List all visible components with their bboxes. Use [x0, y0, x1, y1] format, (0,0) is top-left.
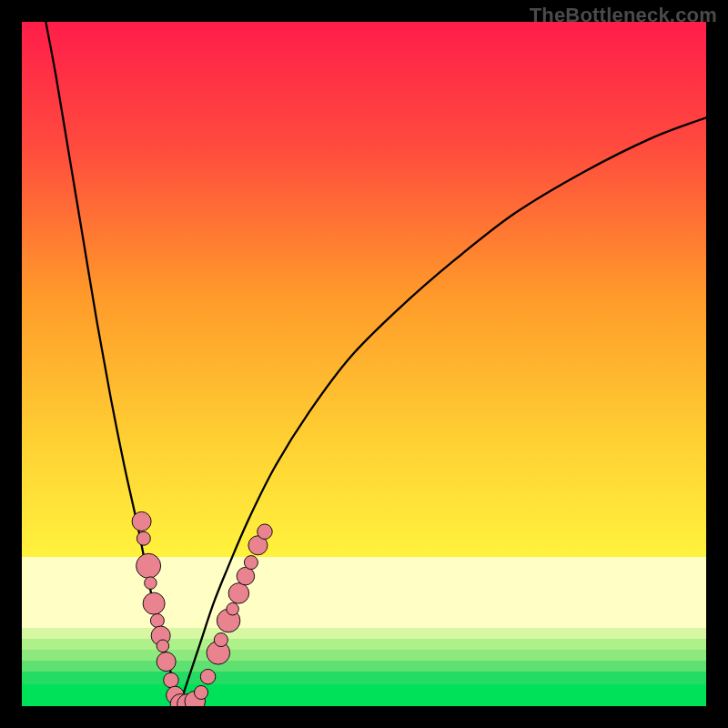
watermark-text: TheBottleneck.com — [530, 4, 717, 27]
stripe-band — [22, 639, 706, 650]
plot-area — [22, 22, 706, 706]
stripe-band — [22, 661, 706, 672]
stripe-band — [22, 672, 706, 684]
stripe-band — [22, 628, 706, 639]
stripe-band — [22, 592, 706, 628]
bottom-stripe-bands — [22, 22, 706, 706]
stripe-band — [22, 650, 706, 661]
chart-frame: TheBottleneck.com — [0, 0, 728, 728]
stripe-band — [22, 684, 706, 706]
stripe-band — [22, 557, 706, 592]
